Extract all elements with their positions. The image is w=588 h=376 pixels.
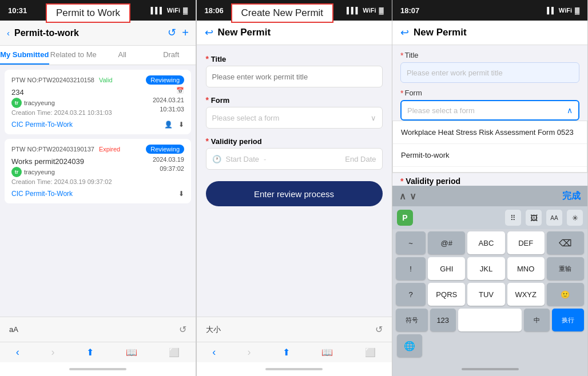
download-icon-2[interactable]: ⬇: [178, 190, 184, 198]
key-123[interactable]: 123: [430, 309, 456, 331]
chevron-up-icon: ∧: [567, 106, 573, 115]
validity-period[interactable]: 🕐 Start Date - End Date: [206, 148, 383, 170]
keyboard-row-globe: 🌐: [396, 334, 584, 357]
key-jkl[interactable]: JKL: [467, 257, 504, 280]
back-chevron-icon: ‹: [7, 28, 10, 38]
battery-icon: ▓: [183, 7, 188, 14]
phone1-reload-icon[interactable]: ↺: [179, 324, 186, 335]
keyboard-done[interactable]: 完成: [562, 190, 581, 202]
key-tuv[interactable]: TUV: [467, 283, 504, 306]
key-question[interactable]: ?: [396, 283, 426, 306]
add-icon[interactable]: +: [182, 26, 189, 39]
phone3-validity-area: * Validity period: [392, 173, 587, 186]
arrow-up-icon[interactable]: ∧: [399, 191, 406, 202]
back-nav-icon[interactable]: ‹: [16, 346, 19, 358]
enter-review-button[interactable]: Enter review process: [206, 181, 383, 206]
phone2-home-bar: [197, 362, 392, 376]
key-tilde[interactable]: ~: [396, 231, 426, 254]
key-pqrs[interactable]: PQRS: [428, 283, 465, 306]
tabs-icon[interactable]: ⬜: [169, 347, 180, 358]
tab-related-to-me[interactable]: Related to Me: [49, 46, 98, 65]
phone3-form-top: * Title Please enter work permit title *…: [392, 45, 587, 121]
refresh-icon[interactable]: ↺: [168, 26, 176, 39]
bookmarks-icon[interactable]: 📖: [126, 347, 137, 358]
key-globe[interactable]: 🌐: [397, 334, 422, 357]
share-icon-2[interactable]: ⬆: [283, 347, 290, 358]
phone2-title-label: * Title: [206, 54, 383, 63]
back-nav-icon-2[interactable]: ‹: [212, 346, 216, 358]
phone3-back[interactable]: ↩: [400, 26, 409, 39]
permit-link-2[interactable]: CIC Permit-To-Work: [11, 190, 73, 198]
permit-card-2-header: PTW NO:PTW202403190137 Expired Reviewing: [11, 145, 184, 154]
signal-icon-2: ▌▌▌: [347, 7, 360, 14]
bookmarks-icon-2[interactable]: 📖: [321, 347, 333, 358]
key-def[interactable]: DEF: [507, 231, 545, 254]
battery-icon-2: ▓: [379, 7, 383, 14]
permit-creator-2: tr tracyyeung: [11, 167, 153, 177]
form-select[interactable]: Please select a form ∨: [206, 107, 383, 129]
phone3-form-placeholder: Please select a form: [407, 106, 475, 115]
phone1-header-label: Permit to Work: [46, 3, 130, 23]
forward-nav-icon-2[interactable]: ›: [248, 346, 251, 358]
phone1-nav: ‹ Permit-to-work ↺ +: [0, 21, 196, 46]
phone3-status-bar: 18:07 ▌▌ WiFi ▓: [392, 0, 587, 21]
key-wxyz[interactable]: WXYZ: [507, 283, 545, 306]
permit-card-2[interactable]: PTW NO:PTW202403190137 Expired Reviewing…: [5, 139, 191, 203]
form-placeholder: Please select a form: [212, 114, 280, 122]
key-emoji[interactable]: 🙂: [547, 283, 584, 306]
keyboard-row-3: ? PQRS TUV WXYZ 🙂: [396, 283, 584, 306]
keyboard-btn-text[interactable]: AA: [546, 210, 562, 226]
wifi-icon: WiFi: [167, 7, 180, 14]
phone1-time: 10:31: [8, 6, 27, 15]
keyboard-btn-image[interactable]: 🖼: [526, 210, 542, 226]
permit-card-1[interactable]: PTW NO:PTW202403210158 Valid Reviewing 2…: [5, 70, 191, 134]
phone2-nav-title: New Permit: [218, 27, 271, 38]
arrow-down-icon[interactable]: ∨: [410, 191, 416, 202]
phone2-nav: ↩ New Permit: [197, 21, 392, 45]
keyboard-btn-grid[interactable]: ⠿: [505, 210, 521, 226]
key-symbols[interactable]: 符号: [396, 309, 428, 331]
keyboard-btn-star[interactable]: ✳: [567, 210, 583, 226]
phone3-form-select[interactable]: Please select a form ∧: [400, 100, 579, 121]
phone2-back[interactable]: ↩: [205, 26, 213, 39]
download-icon-1[interactable]: ⬇: [178, 121, 184, 129]
permit-side-2: 2024.03.19 09:37:02: [153, 156, 184, 172]
tab-all[interactable]: All: [98, 46, 147, 65]
phone2-status-icons: ▌▌▌ WiFi ▓: [347, 7, 384, 14]
phone2-reload-icon[interactable]: ↺: [375, 324, 383, 335]
tab-draft[interactable]: Draft: [147, 46, 196, 65]
key-abc[interactable]: ABC: [467, 231, 504, 254]
key-chinese[interactable]: 中: [524, 309, 550, 331]
permit-creator-1: tr tracyyeung: [11, 98, 153, 108]
tab-my-submitted[interactable]: My Submitted: [0, 46, 49, 65]
phone1-bottom-bar: aA ↺: [0, 317, 196, 342]
share-icon[interactable]: ⬆: [86, 347, 94, 358]
dropdown-item-1[interactable]: Permit-to-work: [393, 144, 587, 167]
permit-link-1[interactable]: CIC Permit-To-Work: [11, 121, 73, 129]
home-indicator-2: [265, 368, 323, 370]
forward-nav-icon[interactable]: ›: [51, 346, 54, 358]
keyboard-app-icon[interactable]: P: [397, 210, 413, 226]
permit-footer-icons-1: 👤 ⬇: [164, 121, 184, 129]
dropdown-item-2[interactable]: Permit-to-work Work space (General - All…: [393, 167, 587, 173]
phone2-bottom-bar: 大小 ↺: [197, 317, 392, 342]
tabs-icon-2[interactable]: ⬜: [365, 347, 376, 358]
home-indicator-3: [462, 368, 519, 370]
key-return[interactable]: 换行: [552, 309, 584, 331]
keyboard-app-row: P ⠿ 🖼 AA ✳: [392, 206, 587, 229]
phone1-status-icons: ▌▌▌ WiFi ▓: [150, 7, 188, 14]
key-exclaim[interactable]: !: [396, 257, 426, 280]
key-mno[interactable]: MNO: [507, 257, 545, 280]
dropdown-item-0[interactable]: Workplace Heat Stress Risk Assessment Fo…: [393, 121, 587, 144]
phone3-wrapper: 18:07 ▌▌ WiFi ▓ ↩ New Permit * Title: [392, 0, 588, 376]
phone2-browser-bar: ‹ › ⬆ 📖 ⬜: [197, 342, 392, 362]
title-input[interactable]: [206, 66, 383, 87]
key-space[interactable]: [458, 309, 522, 331]
phone1-bottom-text: aA: [9, 325, 18, 334]
phone3-title-input[interactable]: Please enter work permit title: [400, 62, 579, 83]
key-at-hash[interactable]: @#: [428, 231, 465, 254]
key-ghi[interactable]: GHI: [428, 257, 465, 280]
key-reenter[interactable]: 重输: [547, 257, 584, 280]
backspace-icon[interactable]: ⌫: [547, 231, 584, 254]
phone1-back-button[interactable]: ‹: [7, 28, 10, 38]
